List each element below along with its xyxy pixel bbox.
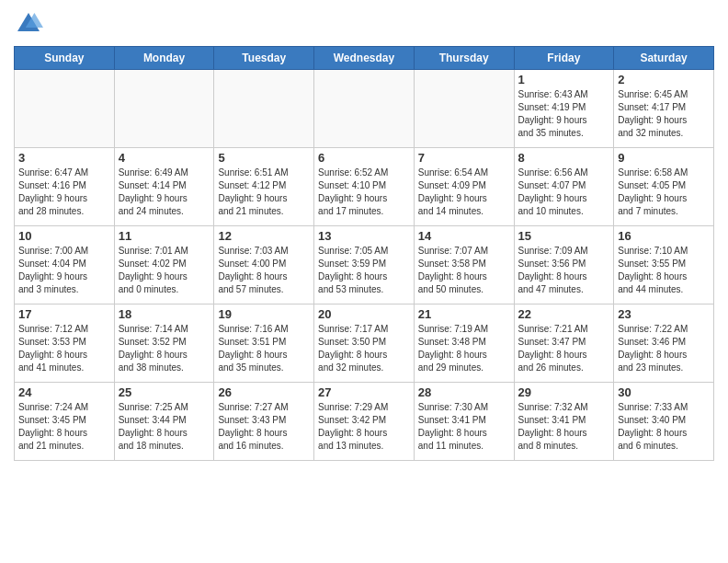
day-info: Sunrise: 6:52 AM Sunset: 4:10 PM Dayligh… [318, 167, 410, 218]
calendar-cell: 16Sunrise: 7:10 AM Sunset: 3:55 PM Dayli… [614, 226, 714, 304]
day-info: Sunrise: 6:43 AM Sunset: 4:19 PM Dayligh… [518, 88, 610, 140]
day-number: 26 [218, 385, 310, 399]
calendar-week-0: 1Sunrise: 6:43 AM Sunset: 4:19 PM Daylig… [15, 70, 714, 148]
day-number: 6 [318, 151, 410, 165]
day-number: 14 [418, 229, 510, 243]
calendar-header-row: SundayMondayTuesdayWednesdayThursdayFrid… [15, 47, 714, 70]
page-header [14, 9, 714, 39]
day-info: Sunrise: 7:09 AM Sunset: 3:56 PM Dayligh… [518, 245, 610, 296]
day-number: 23 [618, 307, 710, 321]
day-info: Sunrise: 6:49 AM Sunset: 4:14 PM Dayligh… [119, 167, 210, 218]
calendar-week-2: 10Sunrise: 7:00 AM Sunset: 4:04 PM Dayli… [15, 226, 714, 304]
day-header-saturday: Saturday [614, 47, 714, 70]
calendar-cell: 11Sunrise: 7:01 AM Sunset: 4:02 PM Dayli… [114, 226, 214, 304]
day-info: Sunrise: 7:17 AM Sunset: 3:50 PM Dayligh… [318, 323, 410, 374]
day-info: Sunrise: 6:45 AM Sunset: 4:17 PM Dayligh… [618, 88, 710, 140]
day-number: 25 [119, 385, 210, 399]
day-info: Sunrise: 7:27 AM Sunset: 3:43 PM Dayligh… [218, 401, 310, 453]
page-container: SundayMondayTuesdayWednesdayThursdayFrid… [0, 0, 728, 470]
day-info: Sunrise: 6:51 AM Sunset: 4:12 PM Dayligh… [218, 167, 310, 218]
calendar-cell [414, 70, 514, 148]
calendar-cell: 15Sunrise: 7:09 AM Sunset: 3:56 PM Dayli… [514, 226, 614, 304]
day-info: Sunrise: 7:03 AM Sunset: 4:00 PM Dayligh… [218, 245, 310, 296]
day-number: 30 [618, 385, 710, 399]
calendar-cell: 18Sunrise: 7:14 AM Sunset: 3:52 PM Dayli… [114, 304, 214, 383]
calendar-cell [114, 70, 214, 148]
day-info: Sunrise: 7:29 AM Sunset: 3:42 PM Dayligh… [318, 401, 410, 453]
day-number: 7 [418, 151, 510, 165]
day-info: Sunrise: 7:22 AM Sunset: 3:46 PM Dayligh… [618, 323, 710, 374]
day-number: 3 [18, 151, 110, 165]
day-number: 2 [618, 73, 710, 86]
day-number: 4 [119, 151, 210, 165]
day-number: 12 [218, 229, 310, 243]
day-info: Sunrise: 7:19 AM Sunset: 3:48 PM Dayligh… [418, 323, 510, 374]
calendar-cell [15, 70, 115, 148]
day-number: 11 [119, 229, 210, 243]
day-header-monday: Monday [114, 47, 214, 70]
day-info: Sunrise: 7:30 AM Sunset: 3:41 PM Dayligh… [418, 401, 510, 453]
day-info: Sunrise: 7:21 AM Sunset: 3:47 PM Dayligh… [518, 323, 610, 374]
calendar-cell: 29Sunrise: 7:32 AM Sunset: 3:41 PM Dayli… [514, 383, 614, 461]
day-number: 29 [518, 385, 610, 399]
day-info: Sunrise: 7:14 AM Sunset: 3:52 PM Dayligh… [119, 323, 210, 374]
calendar-cell: 14Sunrise: 7:07 AM Sunset: 3:58 PM Dayli… [414, 226, 514, 304]
day-info: Sunrise: 6:58 AM Sunset: 4:05 PM Dayligh… [618, 167, 710, 218]
calendar-cell: 24Sunrise: 7:24 AM Sunset: 3:45 PM Dayli… [15, 383, 115, 461]
calendar-cell: 25Sunrise: 7:25 AM Sunset: 3:44 PM Dayli… [114, 383, 214, 461]
day-info: Sunrise: 7:16 AM Sunset: 3:51 PM Dayligh… [218, 323, 310, 374]
day-header-tuesday: Tuesday [214, 47, 314, 70]
day-number: 15 [518, 229, 610, 243]
day-number: 17 [18, 307, 110, 321]
day-header-wednesday: Wednesday [314, 47, 415, 70]
calendar-cell: 19Sunrise: 7:16 AM Sunset: 3:51 PM Dayli… [214, 304, 314, 383]
day-number: 21 [418, 307, 510, 321]
day-info: Sunrise: 6:56 AM Sunset: 4:07 PM Dayligh… [518, 167, 610, 218]
day-info: Sunrise: 6:47 AM Sunset: 4:16 PM Dayligh… [18, 167, 110, 218]
day-number: 28 [418, 385, 510, 399]
calendar-cell [314, 70, 415, 148]
calendar-cell: 20Sunrise: 7:17 AM Sunset: 3:50 PM Dayli… [314, 304, 415, 383]
day-header-sunday: Sunday [15, 47, 115, 70]
calendar-cell: 7Sunrise: 6:54 AM Sunset: 4:09 PM Daylig… [414, 148, 514, 226]
calendar-cell: 27Sunrise: 7:29 AM Sunset: 3:42 PM Dayli… [314, 383, 415, 461]
logo-icon [14, 9, 43, 39]
day-info: Sunrise: 7:32 AM Sunset: 3:41 PM Dayligh… [518, 401, 610, 453]
calendar-week-1: 3Sunrise: 6:47 AM Sunset: 4:16 PM Daylig… [15, 148, 714, 226]
day-info: Sunrise: 7:05 AM Sunset: 3:59 PM Dayligh… [318, 245, 410, 296]
day-info: Sunrise: 7:12 AM Sunset: 3:53 PM Dayligh… [18, 323, 110, 374]
day-number: 8 [518, 151, 610, 165]
day-number: 1 [518, 73, 610, 86]
calendar-cell: 4Sunrise: 6:49 AM Sunset: 4:14 PM Daylig… [114, 148, 214, 226]
calendar-cell: 9Sunrise: 6:58 AM Sunset: 4:05 PM Daylig… [614, 148, 714, 226]
calendar-table: SundayMondayTuesdayWednesdayThursdayFrid… [14, 46, 714, 461]
calendar-cell: 1Sunrise: 6:43 AM Sunset: 4:19 PM Daylig… [514, 70, 614, 148]
calendar-cell: 26Sunrise: 7:27 AM Sunset: 3:43 PM Dayli… [214, 383, 314, 461]
day-info: Sunrise: 6:54 AM Sunset: 4:09 PM Dayligh… [418, 167, 510, 218]
day-info: Sunrise: 7:24 AM Sunset: 3:45 PM Dayligh… [18, 401, 110, 453]
calendar-cell: 12Sunrise: 7:03 AM Sunset: 4:00 PM Dayli… [214, 226, 314, 304]
day-number: 24 [18, 385, 110, 399]
calendar-cell: 6Sunrise: 6:52 AM Sunset: 4:10 PM Daylig… [314, 148, 415, 226]
day-info: Sunrise: 7:00 AM Sunset: 4:04 PM Dayligh… [18, 245, 110, 296]
calendar-cell: 17Sunrise: 7:12 AM Sunset: 3:53 PM Dayli… [15, 304, 115, 383]
calendar-week-4: 24Sunrise: 7:24 AM Sunset: 3:45 PM Dayli… [15, 383, 714, 461]
calendar-cell: 3Sunrise: 6:47 AM Sunset: 4:16 PM Daylig… [15, 148, 115, 226]
calendar-week-3: 17Sunrise: 7:12 AM Sunset: 3:53 PM Dayli… [15, 304, 714, 383]
day-number: 16 [618, 229, 710, 243]
day-info: Sunrise: 7:07 AM Sunset: 3:58 PM Dayligh… [418, 245, 510, 296]
day-number: 27 [318, 385, 410, 399]
day-number: 13 [318, 229, 410, 243]
calendar-cell: 10Sunrise: 7:00 AM Sunset: 4:04 PM Dayli… [15, 226, 115, 304]
calendar-cell: 5Sunrise: 6:51 AM Sunset: 4:12 PM Daylig… [214, 148, 314, 226]
day-info: Sunrise: 7:25 AM Sunset: 3:44 PM Dayligh… [119, 401, 210, 453]
day-number: 18 [119, 307, 210, 321]
calendar-cell: 28Sunrise: 7:30 AM Sunset: 3:41 PM Dayli… [414, 383, 514, 461]
day-number: 10 [18, 229, 110, 243]
day-number: 22 [518, 307, 610, 321]
day-info: Sunrise: 7:10 AM Sunset: 3:55 PM Dayligh… [618, 245, 710, 296]
calendar-cell: 22Sunrise: 7:21 AM Sunset: 3:47 PM Dayli… [514, 304, 614, 383]
day-info: Sunrise: 7:01 AM Sunset: 4:02 PM Dayligh… [119, 245, 210, 296]
calendar-cell: 30Sunrise: 7:33 AM Sunset: 3:40 PM Dayli… [614, 383, 714, 461]
day-number: 9 [618, 151, 710, 165]
